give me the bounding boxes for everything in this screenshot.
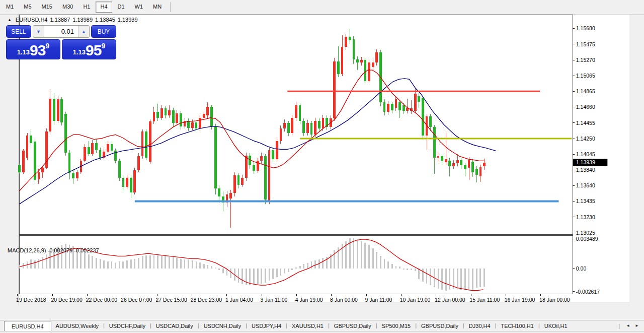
macd-histogram-bar — [184, 259, 186, 269]
tabs-scroll-right-icon[interactable]: ► — [635, 323, 639, 328]
tabs-scroll-left-icon[interactable]: ◄ — [626, 323, 630, 328]
candle-body — [141, 131, 144, 156]
candle-body — [99, 150, 102, 158]
macd-histogram-bar — [138, 258, 139, 269]
macd-histogram-bar — [218, 269, 220, 271]
timeframe-button-d1[interactable]: D1 — [113, 2, 129, 13]
chart-tab-dj30-h4[interactable]: DJ30,H4 — [464, 320, 495, 331]
candle-body — [349, 37, 351, 40]
macd-histogram-bar — [449, 269, 450, 290]
chart-tab-gbpusd-daily[interactable]: GBPUSD,Daily — [417, 320, 463, 331]
chart-area[interactable]: 1.156801.154751.152701.150651.148651.146… — [0, 15, 644, 320]
timeframe-button-m30[interactable]: M30 — [58, 2, 77, 13]
toolbar-separator — [170, 2, 171, 12]
candle-body — [483, 163, 486, 167]
sell-price-panel[interactable]: 1.13 93 9 — [6, 39, 60, 59]
chart-tab-gbpusd-daily[interactable]: GBPUSD,Daily — [330, 320, 376, 331]
macd-histogram-bar — [464, 269, 466, 290]
candle-body — [456, 160, 459, 163]
macd-histogram-bar — [376, 252, 377, 269]
chart-tab-usdjpy-h4[interactable]: USDJPY,H4 — [247, 320, 286, 331]
macd-histogram-bar — [103, 260, 105, 269]
timeframe-button-w1[interactable]: W1 — [130, 2, 148, 13]
macd-histogram-bar — [361, 241, 362, 269]
chart-tab-sp500-m15[interactable]: SP500,M15 — [377, 320, 415, 331]
candle-body — [233, 175, 236, 193]
candle-body — [395, 99, 397, 108]
time-axis-label: 22 Dec 00:00 — [86, 297, 118, 303]
candle-body — [149, 121, 151, 161]
macd-histogram-bar — [192, 260, 193, 269]
candle-body — [337, 61, 340, 74]
price-chart-svg[interactable]: 1.156801.154751.152701.150651.148651.146… — [0, 15, 644, 320]
candle-body — [299, 105, 301, 121]
volume-decrease-icon[interactable]: ▼ — [33, 26, 44, 37]
timeframe-button-mn[interactable]: MN — [148, 2, 166, 13]
candle-body — [387, 104, 389, 111]
macd-histogram-bar — [145, 255, 147, 269]
candle-body — [195, 122, 198, 128]
candle-body — [145, 131, 147, 158]
chart-tab-usdcnh-daily[interactable]: USDCNH,Daily — [199, 320, 246, 331]
chart-tab-tech100-h1[interactable]: TECH100,H1 — [497, 320, 538, 331]
macd-histogram-bar — [391, 264, 393, 269]
buy-price-panel[interactable]: 1.13 95 9 — [62, 39, 116, 59]
chart-tab-xauusd-h1[interactable]: XAUUSD,H1 — [287, 320, 328, 331]
candle-body — [356, 59, 359, 62]
chart-tab-eurusd-h4[interactable]: EURUSD,H4 — [4, 321, 51, 331]
candle-body — [41, 168, 44, 172]
chart-tab-usdchf-daily[interactable]: USDCHF,Daily — [105, 320, 150, 331]
candle-body — [448, 161, 451, 166]
candle-body — [26, 136, 29, 158]
candle-body — [418, 96, 420, 102]
timeframe-button-m15[interactable]: M15 — [37, 2, 57, 13]
current-price-label: 1.13939 — [576, 160, 595, 165]
candle-body — [306, 123, 309, 133]
timeframe-button-m5[interactable]: M5 — [19, 2, 36, 13]
candle-body — [76, 172, 78, 178]
volume-field[interactable]: 0.01 — [44, 26, 78, 37]
macd-histogram-bar — [96, 258, 97, 269]
buy-button[interactable]: BUY — [91, 25, 116, 38]
candle-body — [153, 112, 155, 122]
candle-body — [406, 108, 409, 111]
macd-histogram-bar — [280, 269, 281, 276]
candle-body — [203, 114, 205, 118]
macd-histogram-bar — [322, 258, 324, 269]
macd-histogram-bar — [180, 259, 182, 269]
chart-horizontal-scrollbar[interactable] — [19, 303, 629, 306]
macd-histogram-bar — [295, 268, 297, 269]
candle-body — [264, 156, 267, 199]
macd-histogram-bar — [430, 269, 431, 285]
candle-body — [191, 122, 194, 128]
ohlc-low: 1.13845 — [95, 17, 115, 23]
candle-body — [422, 98, 424, 136]
candle-body — [341, 47, 344, 74]
time-axis-label: 8 Jan 00:00 — [330, 297, 358, 303]
macd-histogram-bar — [353, 238, 355, 268]
macd-histogram-bar — [134, 259, 135, 269]
chart-tab-ukoil-h1[interactable]: UKOil,H1 — [540, 320, 572, 331]
chart-tab-audusd-weekly[interactable]: AUDUSD,Weekly — [51, 320, 103, 331]
candle-body — [310, 123, 313, 135]
macd-indicator-label: MACD(12,26,9) -0.002079 -0.002237 — [8, 247, 99, 253]
macd-histogram-bar — [411, 269, 412, 271]
candle-body — [295, 105, 297, 117]
macd-histogram-bar — [149, 255, 151, 269]
candle-body — [391, 104, 393, 110]
macd-histogram-bar — [265, 269, 266, 283]
timeframe-button-m1[interactable]: M1 — [2, 2, 18, 13]
chart-collapse-icon[interactable]: ▲ — [8, 18, 12, 22]
timeframe-button-h4[interactable]: H4 — [96, 2, 112, 13]
candle-body — [460, 160, 462, 166]
chart-tab-usdcad-daily[interactable]: USDCAD,Daily — [151, 320, 198, 331]
macd-histogram-bar — [176, 258, 178, 269]
sell-button[interactable]: SELL — [6, 25, 31, 38]
timeframe-buttons: M1M5M15M30H1H4D1W1MN — [2, 2, 166, 13]
volume-increase-icon[interactable]: ▲ — [78, 26, 89, 37]
price-axis-label: 1.13025 — [576, 230, 595, 236]
candle-body — [318, 121, 320, 128]
timeframe-button-h1[interactable]: H1 — [78, 2, 95, 13]
candle-body — [130, 178, 132, 192]
candle-body — [133, 170, 136, 192]
